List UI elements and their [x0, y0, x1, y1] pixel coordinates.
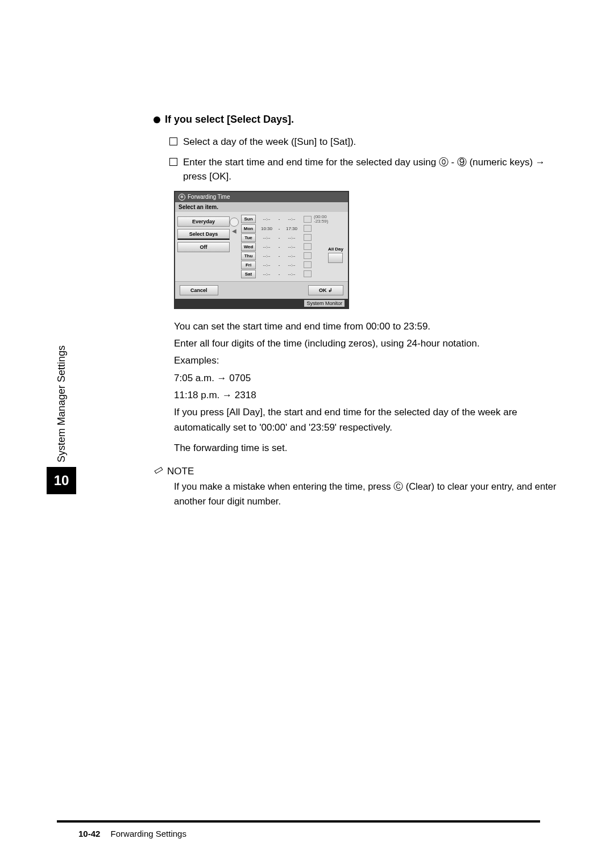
day-sun-button[interactable]: Sun: [241, 215, 256, 223]
cancel-button[interactable]: Cancel: [180, 285, 218, 295]
fri-end[interactable]: --:--: [281, 262, 302, 268]
row-icon[interactable]: [304, 216, 312, 223]
row-icon[interactable]: [304, 261, 312, 268]
side-tab: System Manager Settings 10: [47, 345, 76, 494]
mon-end[interactable]: 17:30: [281, 226, 302, 231]
system-monitor-button[interactable]: System Monitor: [304, 300, 345, 307]
footer-rule: [57, 820, 540, 823]
sun-end[interactable]: --:--: [281, 216, 302, 222]
note-heading: NOTE: [154, 466, 569, 477]
scroll-up-icon[interactable]: [230, 218, 239, 227]
settings-icon: ✻: [179, 194, 185, 201]
screenshot-titlebar: ✻ Forwarding Time: [175, 192, 348, 202]
sun-start[interactable]: --:--: [256, 216, 277, 222]
thu-end[interactable]: --:--: [281, 253, 302, 258]
day-tue-button[interactable]: Tue: [241, 233, 256, 242]
sat-start[interactable]: --:--: [256, 272, 277, 277]
screenshot-subtitle: Select an item.: [175, 202, 348, 212]
row-icon[interactable]: [304, 225, 312, 232]
day-wed-button[interactable]: Wed: [241, 243, 256, 251]
all-day-label: All Day: [328, 247, 343, 252]
wed-end[interactable]: --:--: [281, 244, 302, 249]
arrow-left-icon: ◀: [232, 228, 237, 234]
body-example: 11:18 p.m. → 2318: [174, 388, 569, 403]
sub-item: Select a day of the week ([Sun] to [Sat]…: [169, 135, 569, 149]
row-icon[interactable]: [304, 234, 312, 241]
wed-start[interactable]: --:--: [256, 244, 277, 249]
day-mon-button[interactable]: Mon: [241, 224, 256, 233]
note-text: If you make a mistake when entering the …: [174, 479, 569, 508]
square-bullet-icon: [169, 158, 177, 166]
footer: 10-42 Forwarding Settings: [78, 829, 186, 838]
day-fri-button[interactable]: Fri: [241, 261, 256, 269]
body-line: You can set the start time and end time …: [174, 319, 569, 334]
footer-page-number: 10-42: [78, 829, 100, 838]
sub-text-2: Enter the start time and end time for th…: [183, 155, 569, 184]
sat-end[interactable]: --:--: [281, 272, 302, 277]
body-line: Enter all four digits of the time (inclu…: [174, 336, 569, 351]
day-sat-button[interactable]: Sat: [241, 270, 256, 278]
thu-start[interactable]: --:--: [256, 253, 277, 258]
side-chapter-label: System Manager Settings: [56, 345, 68, 462]
body-line: Examples:: [174, 353, 569, 368]
footer-title: Forwarding Settings: [111, 829, 186, 838]
note-head-text: NOTE: [167, 466, 194, 477]
row-icon[interactable]: [304, 243, 312, 250]
mon-start[interactable]: 10:30: [256, 226, 277, 231]
ok-button[interactable]: OK ↲: [308, 285, 343, 295]
row-icon[interactable]: [304, 270, 312, 277]
tue-end[interactable]: --:--: [281, 235, 302, 240]
row-icon[interactable]: [304, 252, 312, 259]
body-result: The forwarding time is set.: [174, 441, 569, 456]
bullet-icon: [154, 116, 160, 123]
sub-text-1: Select a day of the week ([Sun] to [Sat]…: [183, 135, 356, 149]
tue-start[interactable]: --:--: [256, 235, 277, 240]
off-button[interactable]: Off: [177, 242, 230, 252]
pencil-icon: [154, 468, 164, 475]
screenshot-title: Forwarding Time: [188, 194, 230, 200]
day-thu-button[interactable]: Thu: [241, 252, 256, 260]
everyday-button[interactable]: Everyday: [177, 216, 230, 227]
body-line: If you press [All Day], the start and en…: [174, 405, 569, 435]
sub-item: Enter the start time and end time for th…: [169, 155, 569, 184]
fri-start[interactable]: --:--: [256, 262, 277, 268]
square-bullet-icon: [169, 137, 177, 145]
enter-icon: ↲: [328, 287, 333, 293]
section-heading: If you select [Select Days].: [154, 114, 569, 126]
all-day-button[interactable]: [328, 253, 343, 263]
heading-text: If you select [Select Days].: [165, 114, 294, 126]
select-days-button[interactable]: Select Days: [177, 229, 230, 240]
body-example: 7:05 a.m. → 0705: [174, 371, 569, 386]
time-range-hint: (00:00 -23:59): [314, 215, 328, 224]
device-screenshot: ✻ Forwarding Time Select an item. Everyd…: [174, 191, 349, 309]
side-chapter-number: 10: [47, 467, 76, 494]
